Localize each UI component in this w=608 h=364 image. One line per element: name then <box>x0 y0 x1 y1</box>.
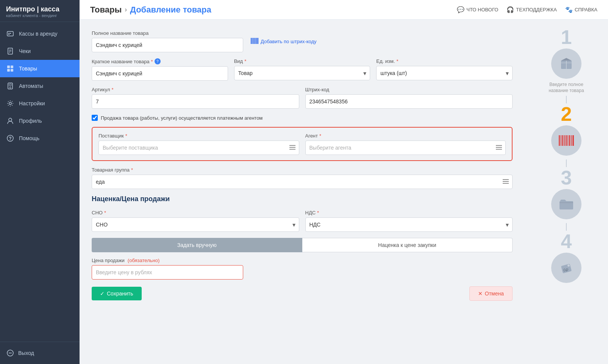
svg-point-52 <box>567 264 570 267</box>
step-connector-2 <box>566 159 567 167</box>
logout-label: Выход <box>18 350 34 356</box>
sale-price-input[interactable] <box>92 265 243 280</box>
whats-new-label: ЧТО НОВОГО <box>466 7 498 12</box>
agent-required: * <box>319 133 321 139</box>
payment-agent-checkbox[interactable] <box>92 115 98 121</box>
save-button[interactable]: ✓ Сохранить <box>92 287 142 300</box>
help-button[interactable]: 🐾 СПРАВКА <box>565 6 597 13</box>
unit-group: Ед. изм. * штука (шт) <box>376 58 513 81</box>
svg-point-14 <box>9 87 11 88</box>
svg-text:0₽: 0₽ <box>563 268 569 272</box>
sno-select[interactable]: СНО <box>92 217 299 232</box>
right-panel: 1 Введите полное название товара 2 <box>525 20 608 364</box>
barcode-icon <box>251 38 258 45</box>
svg-rect-13 <box>9 84 11 86</box>
sidebar: Инитпро | касса кабинет клиента - вендин… <box>0 0 80 364</box>
sno-required: * <box>104 210 106 216</box>
product-group-required: * <box>131 167 133 173</box>
form-area: Полное название товара <box>80 20 525 364</box>
svg-rect-2 <box>10 33 11 34</box>
sidebar-item-cheki[interactable]: Чеки <box>0 42 80 60</box>
sno-select-wrapper: СНО <box>92 217 299 232</box>
sidebar-item-label: Товары <box>19 66 37 72</box>
barcode-group: Штрих-код <box>305 87 513 109</box>
svg-rect-21 <box>251 38 252 44</box>
logout-button[interactable]: Выход <box>6 347 73 359</box>
sale-price-label: Цена продажи (обязательно) <box>92 258 513 263</box>
markup-section-title: Наценка/Цена продажи <box>92 195 513 203</box>
agent-list-button[interactable] <box>495 144 503 152</box>
whats-new-button[interactable]: 💬 ЧТО НОВОГО <box>457 6 498 13</box>
supplier-label: Поставщик * <box>98 133 299 139</box>
supplier-agent-grid: Поставщик * <box>98 133 506 155</box>
step-connector-1 <box>566 96 567 103</box>
article-group: Артикул * <box>92 87 299 109</box>
sidebar-item-tovary[interactable]: Товары <box>0 60 80 77</box>
step-1-label: Введите полное название товара <box>544 82 589 94</box>
type-select[interactable]: Товар <box>234 66 370 80</box>
sidebar-item-avtomaty[interactable]: Автоматы <box>0 77 80 95</box>
type-group: Вид * Товар <box>234 58 370 81</box>
step-3: 3 <box>551 168 581 222</box>
nds-group: НДС * НДС <box>305 210 513 232</box>
agent-input-wrapper <box>305 141 506 155</box>
short-name-input[interactable] <box>92 66 228 81</box>
supplier-list-button[interactable] <box>289 144 296 152</box>
type-required: * <box>244 58 246 64</box>
barcode-input[interactable] <box>305 94 513 109</box>
help-label: СПРАВКА <box>575 7 597 12</box>
step-4: 4 0₽ <box>551 231 581 286</box>
full-name-input[interactable] <box>92 38 243 52</box>
supplier-required: * <box>125 133 127 139</box>
supplier-input[interactable] <box>98 141 299 155</box>
breadcrumb-parent: Товары <box>90 5 122 15</box>
nds-select[interactable]: НДС <box>305 217 513 232</box>
sidebar-item-kassy[interactable]: Кассы в аренду <box>0 25 80 42</box>
unit-select[interactable]: штука (шт) <box>376 66 513 80</box>
sidebar-item-pomosh[interactable]: ? Помощь <box>0 130 80 147</box>
step-2-circle <box>551 125 581 156</box>
svg-rect-3 <box>8 34 9 35</box>
svg-rect-44 <box>562 135 563 146</box>
cancel-button[interactable]: ✕ Отмена <box>469 286 513 301</box>
svg-rect-28 <box>258 38 258 44</box>
help-icon: 🐾 <box>565 6 573 13</box>
svg-rect-46 <box>566 135 567 146</box>
agent-input[interactable] <box>305 141 506 155</box>
svg-point-15 <box>9 102 11 105</box>
sidebar-footer: Выход <box>0 342 80 364</box>
supplier-agent-box: Поставщик * <box>92 127 513 161</box>
help-icon-short-name[interactable]: ? <box>155 58 161 64</box>
svg-rect-42 <box>559 135 560 146</box>
product-group-list-button[interactable] <box>502 178 510 186</box>
cancel-x-icon: ✕ <box>478 291 483 297</box>
price-tabs: Задать вручную Наценка к цене закупки <box>92 238 513 252</box>
sidebar-item-profil[interactable]: Профиль <box>0 112 80 130</box>
svg-rect-11 <box>11 69 13 72</box>
product-group-wrapper <box>92 175 513 189</box>
step-1: 1 Введите полное название товара <box>544 27 589 95</box>
step-3-circle <box>551 189 581 219</box>
app-subtitle: кабинет клиента - вендинг <box>6 13 73 18</box>
type-label: Вид * <box>234 58 370 64</box>
type-select-wrapper: Товар <box>234 66 370 80</box>
svg-rect-9 <box>11 66 13 68</box>
barcode-link[interactable]: Добавить по штрих-коду <box>251 38 317 45</box>
sidebar-item-nastroyki[interactable]: Настройки <box>0 95 80 112</box>
step-3-number: 3 <box>561 168 572 187</box>
step-2-number: 2 <box>561 104 572 124</box>
tab-manual[interactable]: Задать вручную <box>92 238 302 252</box>
article-input[interactable] <box>92 94 299 109</box>
tab-markup[interactable]: Наценка к цене закупки <box>302 238 513 252</box>
step-2: 2 <box>551 104 581 159</box>
short-name-required: * <box>151 59 153 64</box>
support-button[interactable]: 🎧 ТЕХПОДДЕРЖКА <box>506 6 557 13</box>
svg-rect-10 <box>7 69 10 72</box>
svg-rect-48 <box>569 135 570 146</box>
step-1-number: 1 <box>561 27 572 47</box>
product-group-input[interactable] <box>92 175 513 189</box>
sidebar-item-label: Настройки <box>19 100 45 106</box>
support-label: ТЕХПОДДЕРЖКА <box>516 7 557 12</box>
svg-point-16 <box>9 118 12 121</box>
app-logo: Инитпро | касса кабинет клиента - вендин… <box>0 0 80 22</box>
